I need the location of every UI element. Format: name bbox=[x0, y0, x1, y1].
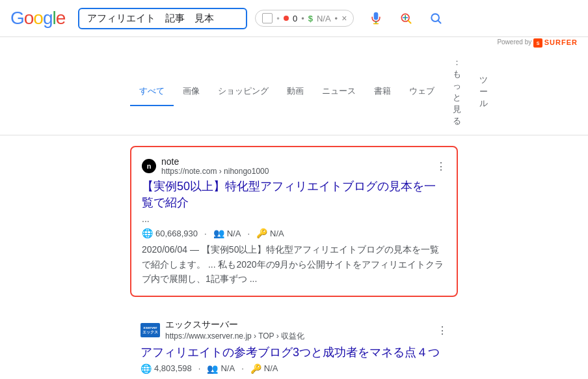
key-icon-2: 🔑 bbox=[250, 363, 261, 374]
metric-users-value-1: N/A bbox=[227, 229, 241, 238]
site-icon-xserver: xserverエックス bbox=[140, 323, 160, 337]
powered-by-text: Powered by bbox=[497, 38, 531, 48]
metric-separator-2b: · bbox=[241, 363, 244, 373]
result-more-button-2[interactable]: ⋮ bbox=[437, 324, 448, 337]
tab-news[interactable]: ニュース bbox=[313, 77, 365, 106]
svg-rect-4 bbox=[405, 15, 407, 20]
metric-visits-value-1: 60,668,930 bbox=[155, 229, 198, 238]
globe-icon-1: 🌐 bbox=[142, 228, 153, 238]
header: Google • 0 • $ N/A • × bbox=[0, 0, 588, 37]
result-source-1: n note https://note.com › nihongo1000 ⋮ bbox=[142, 156, 446, 176]
result-ellipsis-1: ... bbox=[142, 214, 446, 224]
result-more-button-1[interactable]: ⋮ bbox=[436, 160, 446, 173]
metric-users-1: 👥 N/A bbox=[213, 228, 241, 238]
search-input[interactable] bbox=[87, 13, 238, 24]
tab-shopping[interactable]: ショッピング bbox=[209, 77, 278, 106]
tab-books[interactable]: 書籍 bbox=[365, 77, 400, 106]
metric-separator-2a: · bbox=[198, 363, 201, 373]
result-snippet-1: 2020/06/04 — 【実例50以上】特化型アフィリエイトブログの見本を一覧… bbox=[142, 242, 446, 286]
surfer-dot-separator: • bbox=[276, 14, 280, 23]
powered-by-row: Powered by S SURFER bbox=[0, 37, 588, 49]
lens-icon[interactable] bbox=[394, 7, 418, 30]
metric-separator-1b: · bbox=[247, 229, 250, 238]
metric-key-value-2: N/A bbox=[264, 363, 278, 373]
surfer-score: 0 bbox=[293, 14, 297, 23]
surfer-dollar: $ bbox=[308, 14, 313, 23]
users-icon-1: 👥 bbox=[213, 228, 224, 238]
surfer-close-button[interactable]: × bbox=[341, 13, 347, 23]
svg-line-7 bbox=[438, 21, 441, 23]
tab-all[interactable]: すべて bbox=[130, 77, 174, 106]
site-url-2: https://www.xserver.ne.jp › TOP › 収益化 bbox=[165, 331, 432, 342]
tools-label: ツール bbox=[479, 75, 488, 108]
surfer-na: N/A bbox=[317, 14, 331, 23]
result-metrics-2: 🌐 4,803,598 · 👥 N/A · 🔑 N/A bbox=[140, 363, 448, 374]
metric-separator-1a: · bbox=[204, 229, 207, 238]
more-tabs-button[interactable]: ： もっと見る bbox=[444, 49, 470, 135]
result-metrics-1: 🌐 60,668,930 · 👥 N/A · 🔑 N/A bbox=[142, 228, 446, 238]
main-content: n note https://note.com › nihongo1000 ⋮ … bbox=[0, 135, 588, 379]
metric-key-value-1: N/A bbox=[270, 229, 284, 238]
site-icon-note: n bbox=[142, 159, 156, 173]
tools-button[interactable]: ツール bbox=[470, 66, 497, 117]
search-bar[interactable] bbox=[78, 8, 247, 29]
tab-web[interactable]: ウェブ bbox=[400, 77, 444, 106]
more-tabs-label: ： もっと見る bbox=[453, 57, 461, 127]
metric-key-1: 🔑 N/A bbox=[256, 228, 284, 238]
google-logo[interactable]: Google bbox=[10, 8, 65, 29]
surfer-logo-icon: S bbox=[533, 38, 542, 48]
metric-visits-2: 🌐 4,803,598 bbox=[140, 363, 192, 374]
metric-visits-1: 🌐 60,668,930 bbox=[142, 228, 198, 238]
microphone-icon[interactable] bbox=[364, 7, 388, 30]
svg-line-5 bbox=[408, 21, 411, 23]
tab-images[interactable]: 画像 bbox=[174, 77, 209, 106]
tab-videos[interactable]: 動画 bbox=[278, 77, 313, 106]
metric-key-2: 🔑 N/A bbox=[250, 363, 278, 374]
users-icon-2: 👥 bbox=[207, 363, 218, 374]
metric-users-2: 👥 N/A bbox=[207, 363, 235, 374]
site-name-1: note bbox=[161, 156, 431, 167]
surfer-checkbox[interactable] bbox=[262, 13, 273, 23]
surfer-dot bbox=[284, 16, 289, 21]
result-title-1[interactable]: 【実例50以上】特化型アフィリエイトブログの見本を一覧で紹介 bbox=[142, 178, 446, 211]
globe-icon-2: 🌐 bbox=[140, 363, 152, 374]
metric-users-value-2: N/A bbox=[220, 363, 235, 373]
source-info-2: エックスサーバー https://www.xserver.ne.jp › TOP… bbox=[165, 319, 432, 342]
site-url-1: https://note.com › nihongo1000 bbox=[161, 167, 431, 176]
result-title-2[interactable]: アフィリエイトの参考ブログ3つと成功者をマネる点４つ bbox=[140, 344, 448, 361]
result-source-2: xserverエックス エックスサーバー https://www.xserver… bbox=[140, 319, 448, 342]
surfer-brand-text: SURFER bbox=[544, 38, 578, 48]
result-card-2: xserverエックス エックスサーバー https://www.xserver… bbox=[130, 310, 458, 379]
metric-visits-value-2: 4,803,598 bbox=[154, 363, 192, 373]
search-icon[interactable] bbox=[424, 7, 448, 30]
site-name-2: エックスサーバー bbox=[165, 319, 432, 331]
header-icons bbox=[364, 7, 448, 30]
surfer-bar: • 0 • $ N/A • × bbox=[255, 10, 354, 27]
result-card-1: n note https://note.com › nihongo1000 ⋮ … bbox=[130, 146, 458, 297]
source-info-1: note https://note.com › nihongo1000 bbox=[161, 156, 431, 176]
nav-tabs: すべて 画像 ショッピング 動画 ニュース 書籍 ウェブ ： もっと見る ツール bbox=[0, 49, 588, 135]
key-icon-1: 🔑 bbox=[256, 228, 267, 238]
